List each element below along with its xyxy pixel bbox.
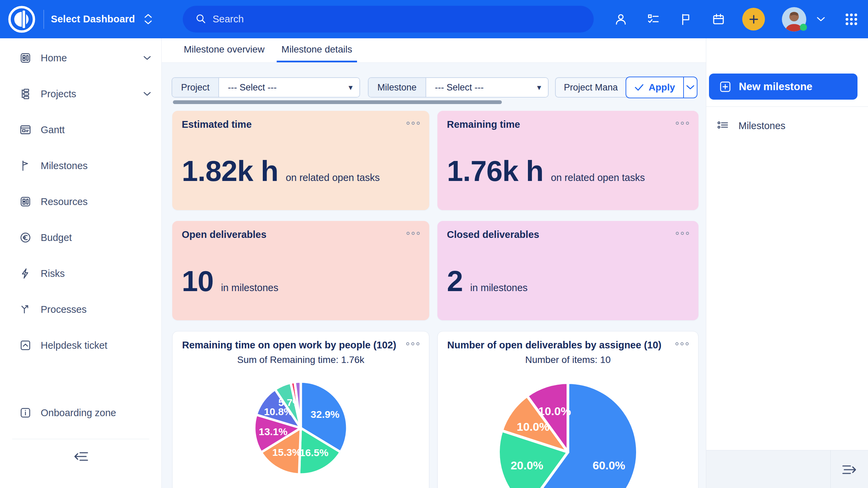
chart-subtitle: Number of items: 10 [438, 354, 698, 365]
user-avatar[interactable] [782, 7, 806, 32]
topbar-actions [614, 0, 859, 38]
projects-tree-icon [19, 87, 32, 100]
sidebar-item-label: Onboarding zone [41, 407, 116, 419]
topbar-divider [43, 10, 44, 29]
create-plus-button[interactable] [742, 8, 765, 30]
check-icon [634, 84, 644, 91]
chevron-down-icon[interactable] [143, 92, 151, 97]
dashboard-selector[interactable]: Select Dashboard [51, 14, 153, 25]
kpi-card-estimated-time: Estimated time 1.82k h on related open t… [172, 111, 429, 210]
chevron-down-icon[interactable] [816, 17, 825, 22]
sidebar-item-label: Processes [41, 304, 86, 315]
card-menu-button[interactable] [676, 232, 689, 235]
kpi-caption: on related open tasks [286, 172, 380, 183]
topbar: Select Dashboard [0, 0, 868, 38]
kpi-caption: in milestones [470, 282, 528, 293]
pie-slice-label: 10.0% [538, 405, 571, 418]
ticket-up-icon [19, 339, 32, 352]
sidebar-item-helpdesk-ticket[interactable]: Helpdesk ticket [0, 333, 161, 357]
filter-project-manager[interactable]: Project Mana [555, 77, 632, 98]
card-menu-button[interactable] [407, 122, 420, 125]
pie-slice-label: 16.5% [300, 447, 329, 458]
footer-divider [830, 450, 831, 488]
filter-project-manager-label: Project Mana [564, 82, 618, 93]
card-menu-button[interactable] [406, 342, 419, 345]
tab-milestone-overview[interactable]: Milestone overview [179, 38, 269, 62]
sidebar-item-gantt[interactable]: Gantt [0, 118, 161, 142]
lightning-icon [19, 267, 32, 280]
card-menu-button[interactable] [676, 122, 689, 125]
chevron-down-icon[interactable] [143, 56, 151, 61]
panel-footer [706, 450, 868, 488]
filter-milestone-select[interactable]: --- Select --- ▾ [426, 78, 548, 97]
kpi-card-open-deliverables: Open deliverables 10 in milestones [172, 221, 429, 320]
flag-icon[interactable] [679, 13, 693, 26]
euro-circle-icon [19, 231, 32, 244]
collapse-sidebar-button[interactable] [0, 449, 161, 464]
kpi-value: 1.76k h [447, 154, 544, 188]
sidebar-item-label: Risks [41, 268, 65, 279]
global-search [183, 6, 594, 33]
search-input[interactable] [213, 14, 552, 25]
apply-button[interactable]: Apply [626, 77, 683, 98]
sidebar-item-label: Milestones [41, 160, 88, 171]
sort-chevrons-icon [144, 14, 153, 25]
kpi-value: 2 [447, 264, 463, 298]
filter-milestone-value: --- Select --- [435, 82, 484, 93]
card-menu-button[interactable] [675, 342, 689, 345]
kpi-title: Estimated time [182, 119, 252, 130]
calendar-icon[interactable] [712, 13, 725, 26]
sidebar-item-home[interactable]: Home [0, 46, 161, 70]
filter-project-select[interactable]: --- Select --- ▾ [219, 78, 359, 97]
tabbar: Milestone overview Milestone details [162, 38, 706, 63]
sidebar-item-projects[interactable]: Projects [0, 82, 161, 106]
panel-item-label: Milestones [738, 120, 786, 131]
expand-panel-button[interactable] [840, 463, 859, 477]
pie-slice-label: 32.9% [311, 409, 339, 420]
dashboard-icon [19, 52, 32, 64]
apps-grid-icon[interactable] [844, 12, 859, 26]
kpi-card-remaining-time: Remaining time 1.76k h on related open t… [437, 111, 698, 210]
plus-box-icon [719, 81, 731, 93]
task-list-icon[interactable] [647, 13, 660, 26]
assignee-icon[interactable] [614, 13, 628, 26]
sidebar-item-onboarding-zone[interactable]: Onboarding zone [0, 401, 161, 425]
new-milestone-label: New milestone [739, 81, 812, 93]
app-screen: Select Dashboard [0, 0, 868, 488]
pie-slice-label: 13.1% [259, 426, 288, 437]
sidebar-item-label: Home [41, 53, 67, 64]
filterbar-horizontal-scrollbar[interactable] [173, 100, 502, 104]
sidebar-item-milestones[interactable]: Milestones [0, 154, 161, 178]
chart-title: Remaining time on open work by people (1… [182, 340, 396, 351]
filter-milestone[interactable]: Milestone --- Select --- ▾ [368, 77, 549, 98]
info-box-icon [19, 406, 32, 419]
caret-down-icon: ▾ [349, 83, 353, 92]
resources-icon [19, 195, 32, 208]
list-icon [717, 120, 730, 132]
sidebar: Home Projects Gantt Milestones Resources… [0, 38, 162, 488]
kpi-caption: in milestones [221, 282, 278, 293]
pie-chart-remaining-time: 32.9%16.5%15.3%13.1%10.8%5.7% [251, 379, 350, 477]
sidebar-item-budget[interactable]: Budget [0, 226, 161, 249]
app-logo[interactable] [0, 4, 43, 34]
logo-icon [7, 4, 37, 34]
filter-project[interactable]: Project --- Select --- ▾ [172, 77, 360, 98]
sidebar-item-risks[interactable]: Risks [0, 262, 161, 285]
caret-down-icon: ▾ [537, 83, 541, 92]
filter-project-value: --- Select --- [228, 82, 277, 93]
sidebar-item-resources[interactable]: Resources [0, 190, 161, 214]
filter-project-label: Project [172, 78, 219, 97]
filter-milestone-label: Milestone [369, 78, 426, 97]
expand-arrow-icon [840, 463, 859, 477]
tab-milestone-details[interactable]: Milestone details [277, 38, 357, 62]
sidebar-item-label: Budget [41, 232, 72, 243]
search-icon [195, 13, 207, 25]
panel-item-milestones[interactable]: Milestones [717, 116, 786, 135]
card-menu-button[interactable] [407, 232, 420, 235]
right-panel: New milestone Milestones [706, 38, 868, 488]
sidebar-item-label: Helpdesk ticket [41, 340, 107, 351]
new-milestone-button[interactable]: New milestone [709, 74, 857, 100]
kpi-value: 1.82k h [182, 154, 278, 188]
apply-dropdown-button[interactable] [683, 77, 697, 98]
sidebar-item-processes[interactable]: Processes [0, 298, 161, 321]
